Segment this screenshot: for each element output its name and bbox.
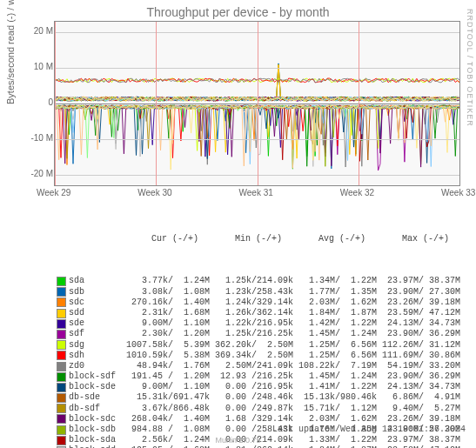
legend-row: sdg 1007.58k/ 5.39M 362.20k/ 2.50M 1.25M… [57,340,460,351]
legend-row: sdf 2.30k/ 1.20M 1.25k/216.25k 1.45M/ 1.… [57,329,460,339]
plot-area [54,21,460,186]
legend-text: sdg 1007.58k/ 5.39M 362.20k/ 2.50M 1.25M… [69,340,460,351]
y-axis-label: Bytes/second read (-) / write (+) [5,0,16,104]
legend-row: sdh 1010.59k/ 5.38M 369.34k/ 2.50M 1.25M… [57,351,460,361]
legend-swatch [57,393,66,403]
legend-swatch [57,319,66,329]
legend-row: sdd 2.31k/ 1.68M 1.26k/362.14k 1.84M/ 1.… [57,308,460,318]
legend-swatch [57,383,66,392]
legend-row: sda 3.77k/ 1.24M 1.25k/214.09k 1.34M/ 1.… [57,276,460,286]
legend-swatch [57,425,66,435]
chart-title: Throughput per device - by month [0,0,476,19]
legend-swatch [57,404,66,413]
legend-text: zd0 48.94k/ 1.76M 2.50M/241.09k 108.22k/… [69,361,460,371]
footer-version: Munin 2.0.75 [0,436,476,445]
xtick-label: Week 29 [37,188,70,197]
ytick-label: 10 M [10,62,53,71]
legend-swatch [57,351,66,360]
legend-text: sda 3.77k/ 1.24M 1.25k/214.09k 1.34M/ 1.… [69,276,460,286]
legend-row: block-sdc 268.04k/ 1.40M 1.68 /329.14k 2… [57,414,460,425]
xtick-label: Week 33 [441,188,475,197]
ytick-label: 0 [10,97,53,107]
legend-text: sde 9.00M/ 1.10M 1.22k/216.95k 1.42M/ 1.… [69,318,460,329]
legend-swatch [57,309,66,318]
legend-text: block-sdf 191.45 / 1.20M 12.93 /216.25k … [69,371,460,382]
legend-text: db-sdf 3.67k/866.48k 0.00 /249.87k 15.71… [69,404,460,414]
legend-row: sde 9.00M/ 1.10M 1.22k/216.95k 1.42M/ 1.… [57,318,460,329]
legend-swatch [57,414,66,424]
last-update: Last update: Wed Aug 14 18:01:56 2024 [272,425,466,434]
ytick-label: 20 M [10,26,53,36]
watermark: RRDTOOL / TOBI OETIKER [466,9,474,127]
xtick-label: Week 31 [239,188,273,197]
ytick-label: -10 M [10,133,53,143]
legend-text: sdf 2.30k/ 1.20M 1.25k/216.25k 1.45M/ 1.… [69,329,460,339]
legend-text: sdd 2.31k/ 1.68M 1.26k/362.14k 1.84M/ 1.… [69,308,460,318]
legend-text: block-sdc 268.04k/ 1.40M 1.68 /329.14k 2… [69,414,460,425]
legend-row: zd0 48.94k/ 1.76M 2.50M/241.09k 108.22k/… [57,361,460,371]
legend-swatch [57,298,66,307]
legend-row: sdb 3.08k/ 1.08M 1.23k/258.43k 1.77M/ 1.… [57,287,460,298]
legend-row: db-sdf 3.67k/866.48k 0.00 /249.87k 15.71… [57,404,460,414]
legend-text: block-sde 9.00M/ 1.10M 0.00 /216.95k 1.4… [69,382,460,392]
legend-header: Cur (-/+) Min (-/+) Avg (-/+) Max (-/+) [57,223,460,255]
legend-table: Cur (-/+) Min (-/+) Avg (-/+) Max (-/+) … [57,202,460,448]
legend-swatch [57,340,66,350]
legend-text: db-sde 15.31k/691.47k 0.00 /248.46k 15.1… [69,392,460,403]
legend-text: sdc 270.16k/ 1.40M 1.24k/329.14k 2.03M/ … [69,298,460,308]
legend-text: sdh 1010.59k/ 5.38M 369.34k/ 2.50M 1.25M… [69,351,460,361]
legend-swatch [57,372,66,382]
legend-swatch [57,287,66,297]
legend-row: sdc 270.16k/ 1.40M 1.24k/329.14k 2.03M/ … [57,298,460,308]
legend-swatch [57,277,66,286]
legend-text: sdb 3.08k/ 1.08M 1.23k/258.43k 1.77M/ 1.… [69,287,460,298]
legend-swatch [57,362,66,371]
ytick-label: -20 M [10,169,53,178]
legend-swatch [57,330,66,339]
legend-row: block-sdf 191.45 / 1.20M 12.93 /216.25k … [57,371,460,382]
xtick-label: Week 30 [137,188,171,197]
legend-row: block-sde 9.00M/ 1.10M 0.00 /216.95k 1.4… [57,382,460,392]
legend-row: db-sde 15.31k/691.47k 0.00 /248.46k 15.1… [57,392,460,403]
xtick-label: Week 32 [340,188,374,197]
